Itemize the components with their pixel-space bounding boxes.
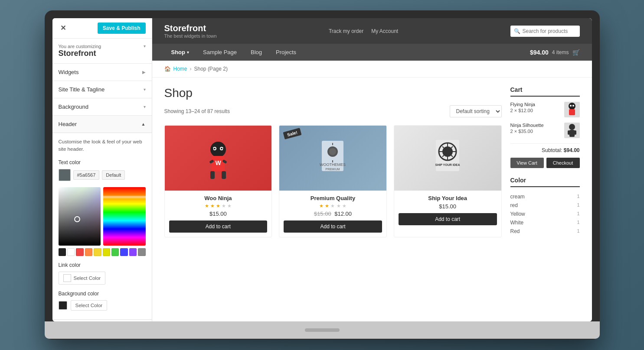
bg-color-swatch[interactable] bbox=[59, 301, 67, 310]
preset-swatch-green[interactable] bbox=[111, 248, 119, 256]
product-stars-1: ★ ★ ★ ★ ★ bbox=[169, 203, 268, 209]
cart-area[interactable]: $94.00 4 items 🛒 bbox=[530, 49, 580, 56]
text-color-row: #5a6567 Default bbox=[59, 169, 146, 181]
color-filter-red2[interactable]: Red 1 bbox=[510, 227, 580, 236]
svg-rect-6 bbox=[211, 148, 213, 151]
star1: ★ bbox=[205, 203, 209, 208]
cart-item-name-2: Ninja Silhouette bbox=[510, 123, 544, 128]
color-filter-cream[interactable]: cream 1 bbox=[510, 192, 580, 201]
cart-ninja-img bbox=[566, 102, 579, 117]
product-name-3: Ship Your Idea bbox=[399, 195, 497, 201]
color-swatches-row bbox=[59, 248, 146, 256]
preset-swatch-blue[interactable] bbox=[120, 248, 127, 256]
svg-rect-32 bbox=[568, 130, 570, 135]
product-info-1: Woo Ninja ★ ★ ★ ★ ★ $15.00 Add to cart bbox=[165, 191, 272, 237]
add-to-cart-button-1[interactable]: Add to cart bbox=[169, 220, 268, 233]
my-account-link[interactable]: My Account bbox=[371, 28, 398, 34]
sort-select[interactable]: Default sorting bbox=[450, 105, 502, 117]
cart-price: $94.00 bbox=[530, 49, 549, 56]
color-picker[interactable] bbox=[59, 187, 146, 256]
header-expand-icon: ▲ bbox=[141, 122, 146, 126]
hue-slider[interactable] bbox=[103, 187, 146, 246]
menu-projects[interactable]: Projects bbox=[269, 44, 303, 61]
link-color-select-button[interactable]: Select Color bbox=[59, 272, 106, 285]
premium-image: WOOTHEMES PREMIUM bbox=[317, 136, 348, 180]
text-color-swatch[interactable] bbox=[59, 169, 71, 181]
close-button[interactable]: ✕ bbox=[59, 24, 68, 32]
customizing-header: You are customizing Storefront ▾ bbox=[52, 39, 152, 64]
bg-color-select-button[interactable]: Select Color bbox=[71, 300, 108, 311]
view-cart-button[interactable]: View Cart bbox=[510, 158, 544, 168]
save-publish-button[interactable]: Save & Publish bbox=[98, 23, 146, 34]
menu-blog[interactable]: Blog bbox=[244, 44, 269, 61]
preset-swatch-white[interactable] bbox=[67, 248, 75, 256]
menu-items: Shop ▾ Sample Page Blog Projects bbox=[164, 44, 304, 61]
preset-swatch-lime[interactable] bbox=[103, 248, 110, 256]
background-section[interactable]: Background ▾ bbox=[52, 98, 152, 116]
track-order-link[interactable]: Track my order bbox=[329, 28, 363, 34]
menu-shop[interactable]: Shop ▾ bbox=[164, 44, 196, 61]
color-filter-yellow[interactable]: Yellow 1 bbox=[510, 210, 580, 218]
color-gradient-canvas[interactable] bbox=[59, 187, 101, 246]
header-section-desc: Customise the look & feel of your web si… bbox=[59, 138, 146, 153]
menu-blog-label: Blog bbox=[251, 49, 262, 55]
default-color-button[interactable]: Default bbox=[102, 170, 125, 180]
color-name-red2: Red bbox=[510, 228, 520, 234]
add-to-cart-button-2[interactable]: Add to cart bbox=[284, 220, 382, 233]
breadcrumb-separator: › bbox=[190, 66, 192, 72]
home-link[interactable]: Home bbox=[173, 66, 187, 72]
star3: ★ bbox=[216, 203, 220, 208]
background-section-header[interactable]: Background ▾ bbox=[52, 98, 152, 115]
ninja-image-1: W bbox=[203, 136, 233, 180]
background-arrow-icon: ▾ bbox=[144, 104, 146, 109]
color-value-button[interactable]: #5a6567 bbox=[73, 170, 100, 180]
background-label: Background bbox=[59, 104, 88, 110]
svg-rect-27 bbox=[569, 109, 575, 115]
header-section-content: Customise the look & feel of your web si… bbox=[52, 133, 152, 319]
checkout-button[interactable]: Checkout bbox=[546, 158, 580, 168]
color-filter-white[interactable]: White 1 bbox=[510, 218, 580, 227]
home-icon: 🏠 bbox=[164, 66, 171, 72]
color-name-yellow: Yellow bbox=[510, 211, 525, 217]
preset-swatch-gray[interactable] bbox=[138, 248, 145, 256]
footer-section[interactable]: Footer ▾ bbox=[52, 320, 152, 322]
color-cursor bbox=[74, 216, 80, 222]
brand-name: Storefront bbox=[164, 23, 217, 33]
product-price-2: $15.00 $12.00 bbox=[284, 211, 382, 217]
menu-projects-label: Projects bbox=[276, 49, 296, 55]
widgets-section-header[interactable]: Widgets ▶ bbox=[52, 64, 152, 81]
add-to-cart-button-3[interactable]: Add to cart bbox=[399, 213, 497, 225]
menu-shop-arrow: ▾ bbox=[187, 50, 189, 55]
preset-swatch-red[interactable] bbox=[76, 248, 83, 256]
color-name-white: White bbox=[510, 220, 524, 226]
preset-swatch-purple[interactable] bbox=[129, 248, 137, 256]
svg-point-5 bbox=[221, 148, 222, 149]
link-color-btn-label: Select Color bbox=[74, 275, 101, 281]
bg-color-row: Select Color bbox=[59, 300, 146, 311]
footer-section-header[interactable]: Footer ▾ bbox=[52, 320, 152, 322]
search-wrapper: 🔍 bbox=[510, 26, 580, 37]
color-filter-list: cream 1 red 1 Yellow 1 bbox=[510, 192, 580, 236]
star5: ★ bbox=[227, 203, 232, 208]
preset-swatch-black[interactable] bbox=[59, 248, 66, 256]
color-count-cream: 1 bbox=[577, 194, 579, 200]
header-section-title[interactable]: Header ▲ bbox=[52, 116, 152, 133]
widgets-label: Widgets bbox=[59, 69, 79, 75]
site-title-section-header[interactable]: Site Title & Tagline ▾ bbox=[52, 81, 152, 98]
subtotal-row: Subtotal: $94.00 bbox=[510, 143, 580, 153]
product-card-woo-ninja: W Woo Ninja ★ ★ ★ ★ ★ bbox=[164, 125, 272, 237]
site-title-section[interactable]: Site Title & Tagline ▾ bbox=[52, 81, 152, 98]
preset-swatch-orange[interactable] bbox=[85, 248, 92, 256]
product-info-2: Premium Quality ★ ★ ★ ★ ★ $15.00 bbox=[279, 191, 386, 237]
color-filter-red[interactable]: red 1 bbox=[510, 201, 580, 210]
svg-point-15 bbox=[329, 148, 336, 155]
header-section-expanded: Header ▲ Customise the look & feel of yo… bbox=[52, 116, 152, 320]
svg-point-26 bbox=[569, 103, 575, 110]
menu-sample-page[interactable]: Sample Page bbox=[196, 44, 244, 61]
search-icon: 🔍 bbox=[514, 28, 520, 34]
svg-point-4 bbox=[214, 148, 216, 149]
search-input[interactable] bbox=[510, 26, 580, 37]
preset-swatch-yellow[interactable] bbox=[94, 248, 101, 256]
widgets-section[interactable]: Widgets ▶ bbox=[52, 64, 152, 81]
customizing-label: You are customizing bbox=[59, 44, 144, 49]
